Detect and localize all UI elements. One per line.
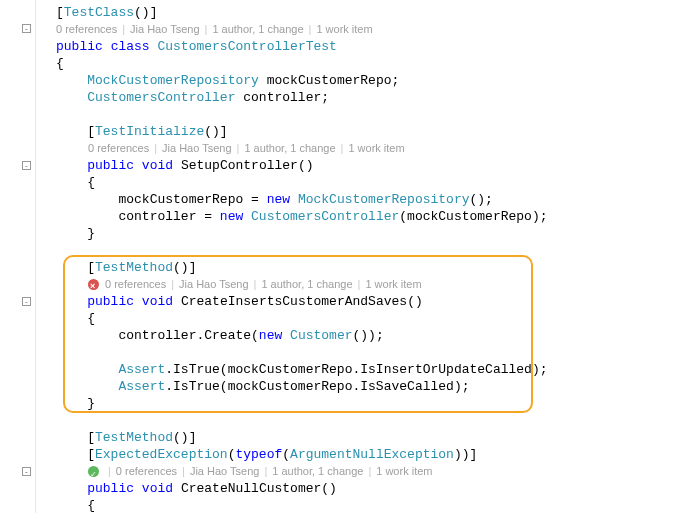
attribute: [TestInitialize()] bbox=[56, 123, 698, 140]
code-line: controller.Create(new Customer()); bbox=[56, 327, 698, 344]
code-line: Assert.IsTrue(mockCustomerRepo.IsSaveCal… bbox=[56, 378, 698, 395]
test-pass-icon[interactable] bbox=[88, 466, 99, 477]
attribute: [TestClass()] bbox=[56, 4, 698, 21]
attribute: [TestMethod()] bbox=[56, 259, 698, 276]
attribute: [TestMethod()] bbox=[56, 429, 698, 446]
class-declaration: public class CustomersControllerTest bbox=[56, 38, 698, 55]
codelens[interactable]: 0 references|Jia Hao Tseng|1 author, 1 c… bbox=[56, 140, 698, 157]
field: CustomersController controller; bbox=[56, 89, 698, 106]
codelens[interactable]: 0 references|Jia Hao Tseng|1 author, 1 c… bbox=[56, 276, 698, 293]
brace: } bbox=[56, 225, 698, 242]
method-declaration: public void SetupController() bbox=[56, 157, 698, 174]
blank-line bbox=[56, 106, 698, 123]
method-declaration: public void CreateInsertsCustomerAndSave… bbox=[56, 293, 698, 310]
brace: { bbox=[56, 55, 698, 72]
codelens[interactable]: |0 references|Jia Hao Tseng|1 author, 1 … bbox=[56, 463, 698, 480]
brace: { bbox=[56, 497, 698, 513]
field: MockCustomerRepository mockCustomerRepo; bbox=[56, 72, 698, 89]
fold-toggle[interactable]: - bbox=[22, 467, 31, 476]
method-declaration: public void CreateNullCustomer() bbox=[56, 480, 698, 497]
blank-line bbox=[56, 344, 698, 361]
brace: { bbox=[56, 174, 698, 191]
fold-toggle[interactable]: - bbox=[22, 161, 31, 170]
brace: } bbox=[56, 395, 698, 412]
brace: { bbox=[56, 310, 698, 327]
fold-toggle[interactable]: - bbox=[22, 24, 31, 33]
fold-toggle[interactable]: - bbox=[22, 297, 31, 306]
blank-line bbox=[56, 412, 698, 429]
gutter: - - - - bbox=[0, 0, 36, 513]
attribute: [ExpectedException(typeof(ArgumentNullEx… bbox=[56, 446, 698, 463]
blank-line bbox=[56, 242, 698, 259]
code-line: mockCustomerRepo = new MockCustomerRepos… bbox=[56, 191, 698, 208]
code-editor[interactable]: [TestClass()] 0 references|Jia Hao Tseng… bbox=[0, 0, 698, 513]
test-fail-icon[interactable] bbox=[88, 279, 99, 290]
code-line: Assert.IsTrue(mockCustomerRepo.IsInsertO… bbox=[56, 361, 698, 378]
code-line: controller = new CustomersController(moc… bbox=[56, 208, 698, 225]
codelens[interactable]: 0 references|Jia Hao Tseng|1 author, 1 c… bbox=[56, 21, 698, 38]
